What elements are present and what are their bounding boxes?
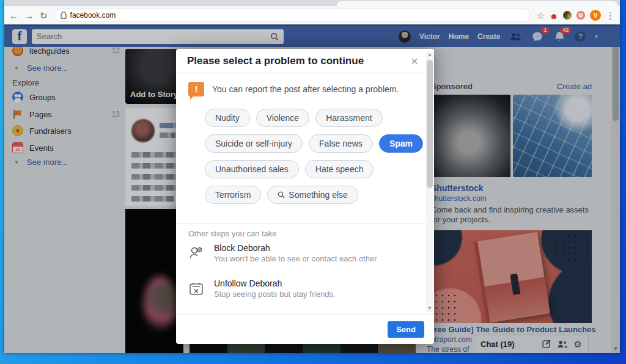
facebook-page: f Victor Home Create 1: [4, 24, 620, 353]
tag-violence[interactable]: Violence: [256, 109, 309, 127]
tag-false-news[interactable]: False news: [309, 134, 373, 153]
tag-nudity[interactable]: Nudity: [205, 109, 250, 127]
browser-tab-strip: [4, 0, 620, 6]
warning-icon: !: [188, 82, 204, 96]
scroll-down-icon[interactable]: ▼: [426, 305, 433, 312]
extension-icon[interactable]: [563, 11, 572, 20]
tag-hate-speech[interactable]: Hate speech: [305, 160, 374, 178]
forward-icon[interactable]: →: [24, 11, 34, 20]
problem-tags: Nudity Violence Harassment Suicide or se…: [205, 109, 407, 211]
tag-harassment[interactable]: Harassment: [315, 109, 382, 127]
browser-active-tab[interactable]: [337, 1, 617, 6]
back-icon[interactable]: ←: [9, 11, 18, 20]
bookmark-star-icon[interactable]: ☆: [537, 11, 545, 20]
chrome-menu-icon[interactable]: ⋮: [606, 11, 615, 20]
chrome-profile-avatar[interactable]: V: [590, 10, 601, 21]
scrollbar-thumb[interactable]: [427, 60, 433, 188]
block-user-icon: [188, 246, 204, 261]
browser-toolbar: ← → ↻ facebook.com ☆ V ⋮: [4, 6, 620, 24]
dialog-scrollbar[interactable]: ▲ ▼: [426, 51, 433, 312]
unfollow-user-option[interactable]: Unfollow Deborah Stop seeing posts but s…: [188, 278, 336, 299]
report-problem-dialog: Please select a problem to continue × ! …: [176, 49, 434, 344]
tag-terrorism[interactable]: Terrorism: [205, 186, 261, 204]
tag-suicide[interactable]: Suicide or self-injury: [205, 134, 303, 153]
block-user-option[interactable]: Block Deborah You won't be able to see o…: [188, 243, 377, 263]
warning-text: You can report the post after selecting …: [212, 84, 399, 94]
unfollow-description: Stop seeing posts but stay friends.: [214, 289, 336, 299]
unfollow-icon: [188, 281, 204, 297]
scroll-up-icon[interactable]: ▲: [426, 51, 433, 59]
other-steps-heading: Other steps you can take: [188, 229, 277, 238]
browser-window: ← → ↻ facebook.com ☆ V ⋮ f: [4, 0, 620, 353]
extension-icon[interactable]: [576, 11, 585, 20]
tag-unauthorised-sales[interactable]: Unauthorised sales: [205, 160, 299, 178]
lock-icon: [61, 12, 67, 19]
block-description: You won't be able to see or contact each…: [214, 254, 377, 263]
extension-icon[interactable]: [550, 11, 558, 20]
tag-something-else[interactable]: Something else: [267, 186, 358, 204]
tag-spam[interactable]: Spam: [379, 134, 423, 153]
unfollow-title: Unfollow Deborah: [214, 278, 336, 288]
address-bar[interactable]: facebook.com: [54, 9, 531, 22]
block-title: Block Deborah: [214, 243, 377, 253]
reload-icon[interactable]: ↻: [40, 11, 48, 20]
dialog-title: Please select a problem to continue: [187, 55, 364, 67]
close-icon[interactable]: ×: [411, 55, 418, 67]
search-icon: [278, 191, 285, 198]
url-text: facebook.com: [70, 11, 116, 20]
send-button[interactable]: Send: [388, 321, 424, 338]
